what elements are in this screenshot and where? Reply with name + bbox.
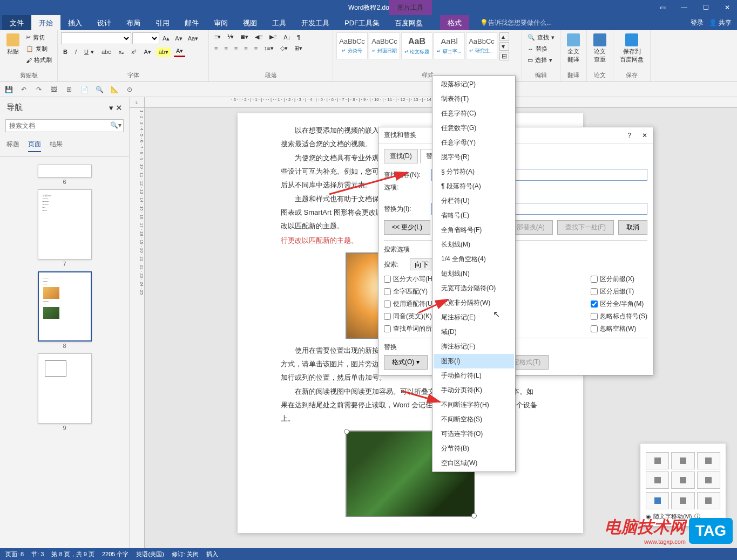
format-button[interactable]: 格式(O) ▾ <box>384 355 428 370</box>
style-item-3[interactable]: AaB↵ 论文标题 <box>401 32 432 59</box>
menu-ellipsis[interactable]: 省略号(E) <box>434 208 514 223</box>
paper-check-button[interactable]: 论文 查重 <box>590 32 610 65</box>
decrease-indent-button[interactable]: ◀≡ <box>253 32 265 42</box>
subscript-button[interactable]: x₂ <box>117 47 126 57</box>
status-page[interactable]: 页面: 8 <box>5 550 24 558</box>
menu-full-ellipsis[interactable]: 全角省略号(F) <box>434 223 514 237</box>
thumbnail-8[interactable]: ▪▪▪▪▪▪▪▪▪▪▪▪▪▪▪▪▪▪▪▪▪▪▪▪▪▪▪▪▪▪▪▪ <box>38 271 92 342</box>
status-track-changes[interactable]: 修订: 关闭 <box>172 550 199 558</box>
find-button[interactable]: 🔍 查找 ▾ <box>525 32 557 43</box>
qat-btn-7[interactable]: 🔍 <box>93 83 106 96</box>
align-left-button[interactable]: ≡ <box>212 44 220 53</box>
chk-fullhalf[interactable]: 区分全/半角(M) <box>591 299 647 309</box>
dialog-close-icon[interactable]: ✕ <box>642 132 647 139</box>
status-section[interactable]: 节: 3 <box>31 550 44 558</box>
tab-tools[interactable]: 工具 <box>265 15 294 30</box>
bold-button[interactable]: B <box>61 47 70 56</box>
menu-caret[interactable]: 脱字号(R) <box>434 150 514 165</box>
nav-tab-headings[interactable]: 标题 <box>6 140 19 152</box>
tab-file[interactable]: 文件 <box>2 15 31 30</box>
style-item-2[interactable]: AaBbCc↵ 封面日期 <box>369 32 400 59</box>
select-button[interactable]: ▭ 选择 ▾ <box>525 55 557 65</box>
login-link[interactable]: 登录 <box>691 18 704 28</box>
menu-endnote-mark[interactable]: 尾注标记(E) <box>434 310 514 325</box>
layout-tight[interactable] <box>697 452 720 469</box>
menu-tab-char[interactable]: 制表符(T) <box>434 92 514 106</box>
menu-white-space[interactable]: 空白区域(W) <box>434 456 514 470</box>
tab-baidu[interactable]: 百度网盘 <box>387 15 430 30</box>
menu-em-dash[interactable]: 长划线(M) <box>434 237 514 252</box>
thumbnail-7[interactable]: 标题示例━━━━━▪▪▪▪▪▪▪▪▪▪▪▪▪▪▪▪▪▪▪▪▪▪▪▪▪▪ <box>38 189 92 259</box>
layout-square[interactable] <box>671 452 694 469</box>
borders-button[interactable]: ⊞▾ <box>292 44 305 53</box>
sort-button[interactable]: A↓ <box>281 32 293 42</box>
thumbnail-6[interactable] <box>38 165 92 177</box>
layout-through[interactable] <box>646 472 669 489</box>
underline-button[interactable]: U▾ <box>82 47 96 57</box>
menu-section-char[interactable]: § 分节符(A) <box>434 165 514 179</box>
strike-button[interactable]: abc <box>99 47 113 56</box>
tab-pdf[interactable]: PDF工具集 <box>337 15 387 30</box>
menu-en-dash[interactable]: 短划线(N) <box>434 267 514 281</box>
tab-insert[interactable]: 插入 <box>60 15 90 30</box>
undo-button[interactable]: ↶ <box>17 83 30 96</box>
tab-view[interactable]: 视图 <box>235 15 265 30</box>
minimize-icon[interactable]: — <box>677 2 692 13</box>
style-item-1[interactable]: AaBbCc↵ 分类号 <box>336 32 368 59</box>
layout-front[interactable] <box>646 492 669 509</box>
thumbnail-9[interactable] <box>38 353 92 424</box>
menu-nonbreak-hyphen[interactable]: 不间断连字符(H) <box>434 398 514 412</box>
justify-button[interactable]: ≡ <box>242 44 249 53</box>
layout-opt-9[interactable] <box>697 492 720 509</box>
tab-design[interactable]: 设计 <box>90 15 119 30</box>
redo-button[interactable]: ↷ <box>32 83 45 96</box>
change-case-button[interactable]: Aa▾ <box>186 32 200 44</box>
status-page-of[interactable]: 第 8 页，共 9 页 <box>51 550 94 558</box>
highlight-button[interactable]: ab▾ <box>157 47 171 57</box>
qat-btn-5[interactable]: ⊞ <box>63 83 76 96</box>
close-icon[interactable]: ✕ <box>720 2 735 13</box>
replace-button[interactable]: ↔ 替换 <box>525 44 557 54</box>
share-button[interactable]: 👤 共享 <box>709 18 732 28</box>
menu-opt-hyphen[interactable]: 可选连字符(O) <box>434 427 514 441</box>
dialog-help-icon[interactable]: ? <box>627 132 631 139</box>
grow-font-button[interactable]: A▴ <box>160 32 172 44</box>
italic-button[interactable]: I <box>73 47 79 56</box>
ribbon-display-options-icon[interactable]: ▭ <box>655 2 670 13</box>
layout-inline[interactable] <box>646 452 669 469</box>
save-button[interactable]: 💾 <box>2 83 15 96</box>
align-center-button[interactable]: ≡ <box>222 44 229 53</box>
nav-tab-pages[interactable]: 页面 <box>28 140 41 152</box>
menu-section-break[interactable]: 分节符(B) <box>434 441 514 456</box>
cut-button[interactable]: ✂ 剪切 <box>24 32 54 43</box>
copy-button[interactable]: 📋 复制 <box>24 44 54 54</box>
search-icon[interactable]: 🔍▾ <box>110 121 121 129</box>
font-color-button[interactable]: A▾ <box>174 46 185 57</box>
menu-column-break[interactable]: 分栏符(U) <box>434 194 514 208</box>
styles-scroll-up[interactable]: ▴ <box>499 32 509 41</box>
menu-no-width-nonbreak[interactable]: 无宽非分隔符(W) <box>434 296 514 310</box>
superscript-button[interactable]: x² <box>129 47 138 56</box>
distribute-button[interactable]: ≡ <box>252 44 260 53</box>
menu-manual-page-break[interactable]: 手动分页符(K) <box>434 383 514 398</box>
status-language[interactable]: 英语(美国) <box>136 550 164 558</box>
menu-paragraph-mark[interactable]: 段落标记(P) <box>434 77 514 92</box>
menu-any-char[interactable]: 任意字符(C) <box>434 106 514 121</box>
menu-nonbreak-space[interactable]: 不间断空格(S) <box>434 412 514 427</box>
qat-btn-8[interactable]: 📐 <box>108 83 121 96</box>
format-painter-button[interactable]: 🖌 格式刷 <box>24 55 54 65</box>
status-word-count[interactable]: 2205 个字 <box>102 550 129 558</box>
dialog-tab-find[interactable]: 查找(D) <box>384 149 418 163</box>
qat-btn-4[interactable]: 🖼 <box>48 83 60 96</box>
tab-layout[interactable]: 布局 <box>119 15 148 30</box>
status-insert-mode[interactable]: 插入 <box>206 550 218 558</box>
shrink-font-button[interactable]: A▾ <box>173 32 184 44</box>
multilevel-button[interactable]: ≣▾ <box>238 32 251 42</box>
nav-close-icon[interactable]: ▾ ✕ <box>109 103 123 113</box>
font-family-select[interactable] <box>61 32 131 44</box>
chk-prefix[interactable]: 区分前缀(X) <box>591 275 647 284</box>
menu-field[interactable]: 域(D) <box>434 325 514 339</box>
tab-mail[interactable]: 邮件 <box>177 15 206 30</box>
less-button[interactable]: << 更少(L) <box>384 220 430 235</box>
show-marks-button[interactable]: ¶ <box>295 32 302 42</box>
